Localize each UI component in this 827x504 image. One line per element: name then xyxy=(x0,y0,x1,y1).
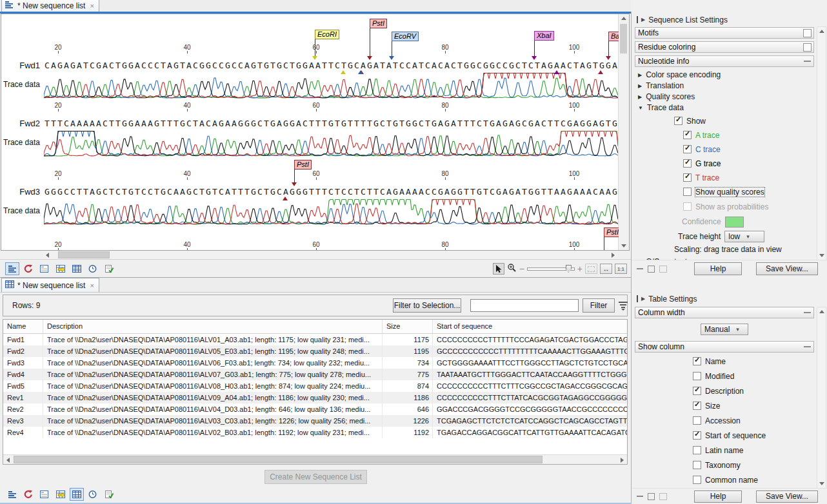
table-horizontal-scrollbar[interactable] xyxy=(3,454,627,464)
restriction-site-label[interactable]: PstI xyxy=(294,160,312,170)
show-column-row[interactable]: Start of sequence xyxy=(693,431,827,440)
scroll-down-icon[interactable] xyxy=(817,251,826,260)
tab-sequence-list-table[interactable]: * New sequence list × xyxy=(1,278,99,292)
restriction-site-label[interactable]: PstI xyxy=(370,19,387,28)
trace-checkbox-row[interactable]: A trace xyxy=(683,130,827,140)
history-view-icon[interactable] xyxy=(86,488,100,501)
sequence-list-view-icon[interactable] xyxy=(5,262,19,275)
collapse-minus-icon[interactable] xyxy=(804,346,811,347)
chromatogram-trace[interactable] xyxy=(44,197,618,227)
selection-cursor-button[interactable] xyxy=(493,263,504,275)
expand-all-icon[interactable] xyxy=(648,493,655,500)
item-color-space-encoding[interactable]: ▶Color space encoding xyxy=(638,72,827,78)
group-residue-coloring[interactable]: Residue coloring xyxy=(635,41,814,53)
item-trace-data[interactable]: ▼Trace data xyxy=(638,104,827,111)
zoom-out-icon[interactable]: − xyxy=(519,266,524,272)
trace-content[interactable]: 20406080100Fwd1CAGAGATCGACTGGACCCTAGTACG… xyxy=(1,14,619,250)
show-column-row[interactable]: Accession xyxy=(693,416,827,425)
history-view-icon[interactable] xyxy=(86,262,100,275)
trace-height-dropdown[interactable]: low▾ xyxy=(724,231,764,242)
group-nucleotide-info[interactable]: Nucleotide info xyxy=(635,55,814,67)
item-quality-scores[interactable]: ▶Quality scores xyxy=(638,93,827,100)
panel-header[interactable]: ▶ Sequence List Settings xyxy=(637,15,827,24)
t-trace-checkbox[interactable] xyxy=(683,173,692,182)
table-row[interactable]: Rev4Trace of \\Dna2\user\DNASEQ\DATA\AP0… xyxy=(3,427,627,438)
filter-button[interactable]: Filter xyxy=(583,298,615,313)
scroll-right-icon[interactable] xyxy=(617,456,627,464)
c-trace-checkbox[interactable] xyxy=(683,145,692,153)
taxonomy-column-checkbox[interactable] xyxy=(693,461,701,469)
tab-close-icon[interactable]: × xyxy=(90,282,94,289)
column-header-size[interactable]: Size xyxy=(383,320,433,333)
scrollbar-thumb[interactable] xyxy=(14,456,543,463)
scroll-down-icon[interactable] xyxy=(619,242,628,250)
scroll-left-icon[interactable] xyxy=(3,456,13,464)
table-row[interactable]: Rev1Trace of \\Dna2\user\DNASEQ\DATA\AP0… xyxy=(3,392,627,403)
trace-horizontal-scrollbar[interactable] xyxy=(43,251,618,259)
collapse-minus-icon[interactable] xyxy=(804,61,811,62)
scrollbar-thumb[interactable] xyxy=(620,24,627,53)
zoom-in-icon[interactable]: + xyxy=(577,266,583,272)
export-table-icon[interactable] xyxy=(54,488,68,501)
settings-scrollbar[interactable] xyxy=(817,26,826,260)
palette-icon[interactable] xyxy=(803,29,812,37)
table-row[interactable]: Fwd2Trace of \\Dna2\user\DNASEQ\DATA\AP0… xyxy=(3,345,627,357)
trace-checkbox-row[interactable]: G trace xyxy=(683,159,827,168)
table-row[interactable]: Fwd1Trace of \\Dna2\user\DNASEQ\DATA\AP0… xyxy=(3,334,627,345)
item-translation[interactable]: ▶Translation xyxy=(638,82,827,89)
show-checkbox[interactable] xyxy=(674,117,683,125)
chromatogram-trace[interactable] xyxy=(44,129,618,159)
show-column-row[interactable]: Description xyxy=(693,387,827,395)
scroll-right-icon[interactable] xyxy=(608,251,618,259)
accession-column-checkbox[interactable] xyxy=(693,416,701,425)
validate-icon[interactable] xyxy=(102,262,116,275)
latin-name-column-checkbox[interactable] xyxy=(693,446,701,454)
help-button[interactable]: Help xyxy=(694,490,742,503)
confidence-color-swatch[interactable] xyxy=(725,217,744,228)
trace-checkbox-row[interactable]: C trace xyxy=(683,144,827,154)
trace-checkbox-row[interactable]: T trace xyxy=(683,173,827,182)
common-name-column-checkbox[interactable] xyxy=(693,476,701,484)
chromatogram-trace[interactable] xyxy=(44,71,618,101)
refresh-icon[interactable] xyxy=(21,488,35,501)
filter-to-selection-button[interactable]: Filter to Selection... xyxy=(393,298,461,313)
zoom-100-button[interactable]: 1:1 xyxy=(615,264,627,274)
collapse-all-icon[interactable] xyxy=(637,496,643,497)
export-table-icon[interactable] xyxy=(54,262,68,275)
group-motifs[interactable]: Motifs xyxy=(635,27,814,39)
save-view-button[interactable]: Save View... xyxy=(756,490,818,503)
advanced-filter-icon[interactable] xyxy=(617,300,629,311)
collapse-all-icon[interactable] xyxy=(637,268,643,269)
filter-input[interactable] xyxy=(470,299,579,312)
zoom-slider[interactable] xyxy=(527,265,575,273)
table-row[interactable]: Fwd3Trace of \\Dna2\user\DNASEQ\DATA\AP0… xyxy=(3,357,627,369)
name-column-checkbox[interactable] xyxy=(693,357,701,365)
restriction-site-label[interactable]: PstI xyxy=(604,228,619,237)
g-trace-checkbox[interactable] xyxy=(683,159,692,168)
zoom-tool-icon[interactable] xyxy=(507,263,517,275)
restriction-site-label[interactable]: EcoRI xyxy=(315,30,339,39)
table-row[interactable]: Fwd4Trace of \\Dna2\user\DNASEQ\DATA\AP0… xyxy=(3,369,627,380)
table-row[interactable]: Rev2Trace of \\Dna2\user\DNASEQ\DATA\AP0… xyxy=(3,403,627,415)
panel-header[interactable]: ▶ Table Settings xyxy=(637,294,827,304)
table-view-icon[interactable] xyxy=(70,262,84,275)
tab-close-icon[interactable]: × xyxy=(90,2,94,10)
sequence-letters[interactable]: CAGAGATCGACTGGACCCTAGTACGGCCGCCAGTGTGCTG… xyxy=(44,61,618,70)
dock-icon[interactable] xyxy=(659,493,667,500)
fit-width-button[interactable]: ↔ xyxy=(600,264,612,274)
dock-icon[interactable] xyxy=(659,266,667,273)
scrollbar-thumb[interactable] xyxy=(58,251,110,258)
scroll-down-icon[interactable] xyxy=(817,480,826,488)
column-width-dropdown[interactable]: Manual▾ xyxy=(701,324,748,335)
group-column-width[interactable]: Column width xyxy=(635,307,814,318)
column-header-name[interactable]: Name xyxy=(3,320,43,333)
show-column-row[interactable]: Name xyxy=(693,357,827,365)
size-column-checkbox[interactable] xyxy=(693,402,701,410)
show-column-row[interactable]: Common name xyxy=(693,476,827,484)
collapse-minus-icon[interactable] xyxy=(804,312,811,313)
palette-icon[interactable] xyxy=(803,43,812,52)
scroll-up-icon[interactable] xyxy=(817,307,826,316)
expand-all-icon[interactable] xyxy=(648,266,655,273)
show-column-row[interactable]: Taxonomy xyxy=(693,461,827,469)
restriction-site-label[interactable]: XbaI xyxy=(534,31,554,41)
